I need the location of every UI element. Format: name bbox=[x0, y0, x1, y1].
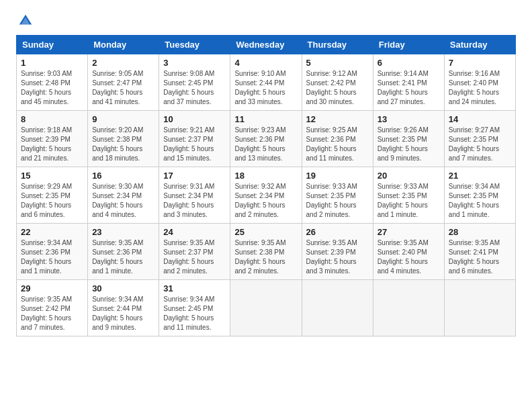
day-info: Sunrise: 9:35 AM Sunset: 2:37 PM Dayligh… bbox=[163, 238, 226, 276]
day-number: 27 bbox=[378, 227, 440, 237]
calendar-cell: 26 Sunrise: 9:35 AM Sunset: 2:39 PM Dayl… bbox=[302, 224, 373, 280]
calendar-cell bbox=[444, 280, 515, 336]
day-number: 2 bbox=[92, 58, 154, 68]
calendar-cell: 1 Sunrise: 9:03 AM Sunset: 2:48 PM Dayli… bbox=[17, 54, 88, 111]
calendar-cell: 28 Sunrise: 9:35 AM Sunset: 2:41 PM Dayl… bbox=[444, 224, 515, 280]
day-number: 18 bbox=[234, 171, 297, 181]
calendar-cell: 12 Sunrise: 9:25 AM Sunset: 2:36 PM Dayl… bbox=[302, 111, 373, 167]
day-number: 14 bbox=[449, 114, 511, 124]
calendar-cell: 14 Sunrise: 9:27 AM Sunset: 2:35 PM Dayl… bbox=[444, 111, 515, 167]
day-info: Sunrise: 9:35 AM Sunset: 2:40 PM Dayligh… bbox=[378, 238, 440, 276]
day-header-friday: Friday bbox=[373, 36, 444, 54]
logo bbox=[16, 13, 33, 28]
day-number: 28 bbox=[449, 227, 511, 237]
day-number: 31 bbox=[163, 283, 226, 293]
day-number: 9 bbox=[92, 114, 154, 124]
day-info: Sunrise: 9:03 AM Sunset: 2:48 PM Dayligh… bbox=[21, 69, 83, 107]
day-number: 30 bbox=[92, 283, 154, 293]
day-number: 24 bbox=[163, 227, 226, 237]
calendar-cell: 27 Sunrise: 9:35 AM Sunset: 2:40 PM Dayl… bbox=[373, 224, 444, 280]
day-number: 10 bbox=[163, 114, 226, 124]
day-info: Sunrise: 9:25 AM Sunset: 2:36 PM Dayligh… bbox=[306, 126, 369, 163]
calendar-cell bbox=[230, 280, 302, 336]
calendar-cell: 25 Sunrise: 9:35 AM Sunset: 2:38 PM Dayl… bbox=[230, 224, 302, 280]
day-info: Sunrise: 9:31 AM Sunset: 2:34 PM Dayligh… bbox=[163, 182, 226, 220]
day-info: Sunrise: 9:20 AM Sunset: 2:38 PM Dayligh… bbox=[92, 126, 154, 163]
calendar-cell: 16 Sunrise: 9:30 AM Sunset: 2:34 PM Dayl… bbox=[88, 167, 159, 224]
day-number: 5 bbox=[306, 58, 369, 68]
day-number: 15 bbox=[21, 171, 83, 181]
calendar-cell: 20 Sunrise: 9:33 AM Sunset: 2:35 PM Dayl… bbox=[373, 167, 444, 224]
calendar-cell: 15 Sunrise: 9:29 AM Sunset: 2:35 PM Dayl… bbox=[17, 167, 88, 224]
day-header-thursday: Thursday bbox=[302, 36, 373, 54]
calendar-cell: 21 Sunrise: 9:34 AM Sunset: 2:35 PM Dayl… bbox=[444, 167, 515, 224]
day-info: Sunrise: 9:34 AM Sunset: 2:44 PM Dayligh… bbox=[92, 295, 154, 332]
day-info: Sunrise: 9:35 AM Sunset: 2:42 PM Dayligh… bbox=[21, 295, 83, 332]
day-number: 26 bbox=[306, 227, 369, 237]
day-info: Sunrise: 9:30 AM Sunset: 2:34 PM Dayligh… bbox=[92, 182, 154, 220]
day-number: 20 bbox=[378, 171, 440, 181]
calendar-cell: 29 Sunrise: 9:35 AM Sunset: 2:42 PM Dayl… bbox=[17, 280, 88, 336]
calendar-cell: 18 Sunrise: 9:32 AM Sunset: 2:34 PM Dayl… bbox=[230, 167, 302, 224]
day-info: Sunrise: 9:21 AM Sunset: 2:37 PM Dayligh… bbox=[163, 126, 226, 163]
day-number: 11 bbox=[234, 114, 297, 124]
day-number: 6 bbox=[378, 58, 440, 68]
day-info: Sunrise: 9:33 AM Sunset: 2:35 PM Dayligh… bbox=[306, 182, 369, 220]
calendar-cell: 30 Sunrise: 9:34 AM Sunset: 2:44 PM Dayl… bbox=[88, 280, 159, 336]
logo-icon bbox=[18, 13, 33, 28]
day-header-monday: Monday bbox=[88, 36, 159, 54]
day-number: 4 bbox=[234, 58, 297, 68]
day-header-tuesday: Tuesday bbox=[159, 36, 230, 54]
day-info: Sunrise: 9:27 AM Sunset: 2:35 PM Dayligh… bbox=[449, 126, 511, 163]
calendar-cell: 23 Sunrise: 9:35 AM Sunset: 2:36 PM Dayl… bbox=[88, 224, 159, 280]
day-number: 8 bbox=[21, 114, 83, 124]
calendar-cell: 24 Sunrise: 9:35 AM Sunset: 2:37 PM Dayl… bbox=[159, 224, 230, 280]
day-number: 7 bbox=[449, 58, 511, 68]
day-number: 19 bbox=[306, 171, 369, 181]
calendar-cell: 13 Sunrise: 9:26 AM Sunset: 2:35 PM Dayl… bbox=[373, 111, 444, 167]
day-info: Sunrise: 9:34 AM Sunset: 2:36 PM Dayligh… bbox=[21, 238, 83, 276]
calendar-cell: 2 Sunrise: 9:05 AM Sunset: 2:47 PM Dayli… bbox=[88, 54, 159, 111]
day-number: 21 bbox=[449, 171, 511, 181]
day-number: 22 bbox=[21, 227, 83, 237]
day-number: 17 bbox=[163, 171, 226, 181]
day-info: Sunrise: 9:26 AM Sunset: 2:35 PM Dayligh… bbox=[378, 126, 440, 163]
calendar-cell: 3 Sunrise: 9:08 AM Sunset: 2:45 PM Dayli… bbox=[159, 54, 230, 111]
day-info: Sunrise: 9:12 AM Sunset: 2:42 PM Dayligh… bbox=[306, 69, 369, 107]
day-info: Sunrise: 9:18 AM Sunset: 2:39 PM Dayligh… bbox=[21, 126, 83, 163]
day-number: 25 bbox=[234, 227, 297, 237]
calendar-cell: 9 Sunrise: 9:20 AM Sunset: 2:38 PM Dayli… bbox=[88, 111, 159, 167]
calendar-table: SundayMondayTuesdayWednesdayThursdayFrid… bbox=[16, 35, 516, 336]
day-header-wednesday: Wednesday bbox=[230, 36, 302, 54]
calendar-cell: 10 Sunrise: 9:21 AM Sunset: 2:37 PM Dayl… bbox=[159, 111, 230, 167]
day-number: 23 bbox=[92, 227, 154, 237]
calendar-cell: 6 Sunrise: 9:14 AM Sunset: 2:41 PM Dayli… bbox=[373, 54, 444, 111]
day-info: Sunrise: 9:35 AM Sunset: 2:36 PM Dayligh… bbox=[92, 238, 154, 276]
day-info: Sunrise: 9:05 AM Sunset: 2:47 PM Dayligh… bbox=[92, 69, 154, 107]
day-info: Sunrise: 9:34 AM Sunset: 2:35 PM Dayligh… bbox=[449, 182, 511, 220]
day-info: Sunrise: 9:23 AM Sunset: 2:36 PM Dayligh… bbox=[234, 126, 297, 163]
day-info: Sunrise: 9:10 AM Sunset: 2:44 PM Dayligh… bbox=[234, 69, 297, 107]
day-info: Sunrise: 9:08 AM Sunset: 2:45 PM Dayligh… bbox=[163, 69, 226, 107]
day-number: 13 bbox=[378, 114, 440, 124]
day-info: Sunrise: 9:35 AM Sunset: 2:39 PM Dayligh… bbox=[306, 238, 369, 276]
day-info: Sunrise: 9:29 AM Sunset: 2:35 PM Dayligh… bbox=[21, 182, 83, 220]
day-header-sunday: Sunday bbox=[17, 36, 88, 54]
calendar-cell bbox=[373, 280, 444, 336]
calendar-cell: 17 Sunrise: 9:31 AM Sunset: 2:34 PM Dayl… bbox=[159, 167, 230, 224]
calendar-cell: 22 Sunrise: 9:34 AM Sunset: 2:36 PM Dayl… bbox=[17, 224, 88, 280]
calendar-cell: 8 Sunrise: 9:18 AM Sunset: 2:39 PM Dayli… bbox=[17, 111, 88, 167]
day-info: Sunrise: 9:14 AM Sunset: 2:41 PM Dayligh… bbox=[378, 69, 440, 107]
day-header-saturday: Saturday bbox=[444, 36, 515, 54]
calendar-cell: 7 Sunrise: 9:16 AM Sunset: 2:40 PM Dayli… bbox=[444, 54, 515, 111]
calendar-cell: 19 Sunrise: 9:33 AM Sunset: 2:35 PM Dayl… bbox=[302, 167, 373, 224]
day-info: Sunrise: 9:32 AM Sunset: 2:34 PM Dayligh… bbox=[234, 182, 297, 220]
day-info: Sunrise: 9:35 AM Sunset: 2:41 PM Dayligh… bbox=[449, 238, 511, 276]
calendar-cell: 4 Sunrise: 9:10 AM Sunset: 2:44 PM Dayli… bbox=[230, 54, 302, 111]
day-number: 3 bbox=[163, 58, 226, 68]
day-number: 16 bbox=[92, 171, 154, 181]
calendar-cell bbox=[302, 280, 373, 336]
day-number: 1 bbox=[21, 58, 83, 68]
day-info: Sunrise: 9:35 AM Sunset: 2:38 PM Dayligh… bbox=[234, 238, 297, 276]
day-number: 29 bbox=[21, 283, 83, 293]
